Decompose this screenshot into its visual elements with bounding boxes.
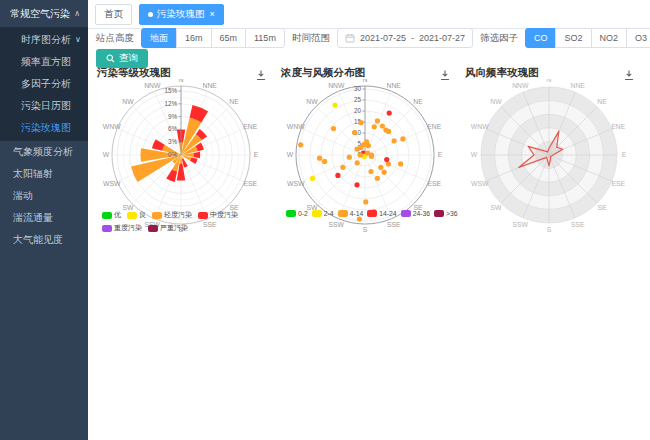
legend-label: 轻度污染 xyxy=(164,210,192,220)
legend-item[interactable]: 中度污染 xyxy=(198,210,238,220)
svg-text:NW: NW xyxy=(490,98,502,105)
tab-label: 污染玫瑰图 xyxy=(157,8,205,21)
factor-option-so2[interactable]: SO2 xyxy=(555,28,591,48)
svg-text:SSW: SSW xyxy=(329,221,345,228)
sidebar-item-label: 湍动 xyxy=(13,190,33,201)
svg-text:N: N xyxy=(179,79,184,83)
svg-text:30: 30 xyxy=(354,85,362,92)
legend-label: 重度污染 xyxy=(114,223,142,233)
wind-frequency-rose-card: 风向频率玫瑰图 NNNENEENEEESESESSESSSWSWWSWWWNWN… xyxy=(458,66,640,240)
svg-text:W: W xyxy=(103,151,110,158)
legend-item[interactable]: 4-14 xyxy=(338,210,364,217)
tab-pollution-rose[interactable]: 污染玫瑰图 × xyxy=(139,4,224,25)
svg-text:NW: NW xyxy=(306,98,318,105)
sidebar-item-label: 污染玫瑰图 xyxy=(21,117,71,139)
legend-label: 优 xyxy=(114,210,121,220)
height-option-16m[interactable]: 16m xyxy=(176,28,212,48)
factor-option-o3[interactable]: O3 xyxy=(626,28,650,48)
svg-text:E: E xyxy=(254,151,259,158)
legend-label: 24-36 xyxy=(413,210,430,217)
date-start[interactable]: 2021-07-25 xyxy=(360,33,406,43)
legend-item[interactable]: 重度污染 xyxy=(102,223,142,233)
legend-label: >36 xyxy=(446,210,458,217)
sidebar-item-turbulent-flux[interactable]: 湍流通量 xyxy=(0,207,88,229)
legend-item[interactable]: 优 xyxy=(102,210,121,220)
legend-label: 14-24 xyxy=(379,210,396,217)
svg-text:W: W xyxy=(287,151,294,158)
legend-label: 中度污染 xyxy=(210,210,238,220)
sidebar-item-histogram[interactable]: 频率直方图 xyxy=(0,51,88,73)
date-range-picker[interactable]: 2021-07-25 - 2021-07-27 xyxy=(337,28,473,48)
svg-text:12%: 12% xyxy=(164,100,177,107)
download-icon[interactable] xyxy=(623,67,635,79)
sidebar-item-meteo-frequency[interactable]: 气象频度分析 xyxy=(0,141,88,163)
svg-text:NNW: NNW xyxy=(328,82,345,89)
svg-text:25: 25 xyxy=(354,96,362,103)
sidebar-item-label: 湍流通量 xyxy=(13,212,53,223)
legend-label: 2-4 xyxy=(324,210,334,217)
date-end[interactable]: 2021-07-27 xyxy=(419,33,465,43)
factor-option-no2[interactable]: NO2 xyxy=(591,28,628,48)
svg-text:6%: 6% xyxy=(168,125,178,132)
sidebar-item-multifactor[interactable]: 多因子分析 xyxy=(0,73,88,95)
legend-item[interactable]: 24-36 xyxy=(401,210,430,217)
sidebar: 常规空气污染 ∧ 时序图分析 ∨ 频率直方图 多因子分析 污染日历图 污染玫瑰图… xyxy=(0,0,88,440)
svg-text:SSE: SSE xyxy=(571,221,585,228)
active-dot-icon xyxy=(148,12,153,17)
factor-option-co[interactable]: CO xyxy=(525,28,557,48)
sidebar-item-label: 频率直方图 xyxy=(21,51,71,73)
range-label: 时间范围 xyxy=(292,32,330,45)
wind-frequency-radar-chart: NNNENEENEEESESESSESSSWSWWSWWWNWNWNNW xyxy=(458,79,640,237)
search-icon xyxy=(106,54,115,63)
sidebar-item-label: 气象频度分析 xyxy=(13,146,73,157)
svg-text:NNW: NNW xyxy=(144,82,161,89)
legend-label: 良 xyxy=(139,210,146,220)
sidebar-item-label: 时序图分析 xyxy=(21,29,71,51)
legend-item[interactable]: 14-24 xyxy=(367,210,396,217)
svg-text:NNE: NNE xyxy=(571,82,586,89)
sidebar-root-item[interactable]: 常规空气污染 ∧ xyxy=(0,0,88,27)
legend-item[interactable]: 0-2 xyxy=(286,210,308,217)
sidebar-item-solar-radiation[interactable]: 太阳辐射 xyxy=(0,163,88,185)
svg-text:WSW: WSW xyxy=(471,180,489,187)
height-option-115m[interactable]: 115m xyxy=(245,28,285,48)
download-icon[interactable] xyxy=(439,67,451,79)
legend-item[interactable]: 2-4 xyxy=(312,210,334,217)
svg-text:15%: 15% xyxy=(164,87,177,94)
calendar-icon xyxy=(345,33,355,43)
svg-text:W: W xyxy=(471,151,478,158)
svg-text:WSW: WSW xyxy=(103,180,121,187)
height-option-65m[interactable]: 65m xyxy=(211,28,247,48)
query-button[interactable]: 查询 xyxy=(96,49,148,68)
sidebar-item-turbulence[interactable]: 湍动 xyxy=(0,185,88,207)
date-separator: - xyxy=(411,33,414,43)
sidebar-item-visibility[interactable]: 大气能见度 xyxy=(0,229,88,251)
sidebar-item-timeseries[interactable]: 时序图分析 ∨ xyxy=(0,29,88,51)
svg-text:NE: NE xyxy=(229,98,239,105)
chevron-down-icon: ∨ xyxy=(75,29,81,51)
legend-label: 4-14 xyxy=(350,210,364,217)
close-icon[interactable]: × xyxy=(210,10,215,19)
svg-text:E: E xyxy=(622,151,627,158)
download-icon[interactable] xyxy=(255,67,267,79)
svg-text:20: 20 xyxy=(354,107,362,114)
svg-text:ESE: ESE xyxy=(243,180,257,187)
svg-text:ESE: ESE xyxy=(427,180,441,187)
svg-text:N: N xyxy=(363,79,368,83)
legend-item[interactable]: 严重污染 xyxy=(148,223,188,233)
sidebar-item-calendar[interactable]: 污染日历图 xyxy=(0,95,88,117)
tab-home[interactable]: 首页 xyxy=(95,4,132,25)
sidebar-item-pollution-rose[interactable]: 污染玫瑰图 xyxy=(0,117,88,139)
height-option-ground[interactable]: 地面 xyxy=(141,28,177,48)
svg-text:NE: NE xyxy=(597,98,607,105)
svg-text:NNE: NNE xyxy=(387,82,402,89)
legend-item[interactable]: 轻度污染 xyxy=(152,210,192,220)
svg-text:NNE: NNE xyxy=(203,82,218,89)
svg-text:WNW: WNW xyxy=(287,123,305,130)
pollution-rose-legend: 优良轻度污染中度污染重度污染严重污染 xyxy=(102,210,278,233)
legend-item[interactable]: >36 xyxy=(434,210,458,217)
svg-text:N: N xyxy=(547,79,552,83)
svg-text:NW: NW xyxy=(122,98,134,105)
legend-item[interactable]: 良 xyxy=(127,210,146,220)
svg-text:ESE: ESE xyxy=(611,180,625,187)
